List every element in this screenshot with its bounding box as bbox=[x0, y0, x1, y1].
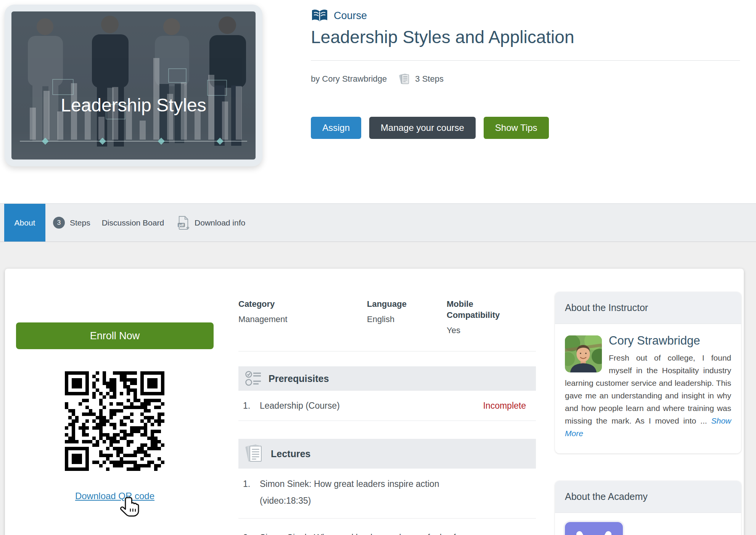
qr-code-image bbox=[65, 371, 164, 471]
lecture-row[interactable]: 2. Simon Sinek: Why good leaders make yo… bbox=[238, 519, 536, 535]
tab-steps[interactable]: 3 Steps bbox=[53, 204, 90, 242]
meta-category: Category Management bbox=[238, 298, 353, 324]
instructor-avatar bbox=[565, 335, 602, 372]
course-header-right: Course Leadership Styles and Application… bbox=[311, 0, 740, 203]
lecture-name: Simon Sinek: How great leaders inspire a… bbox=[260, 475, 536, 492]
language-label: Language bbox=[367, 298, 436, 309]
svg-text:pdf: pdf bbox=[179, 223, 184, 227]
academy-card-body: Schoox bbox=[555, 513, 741, 535]
lectures-icon bbox=[243, 442, 264, 465]
enrollment-column: Enroll Now Download QR code bbox=[16, 269, 214, 535]
mobile-label: Mobile Compatibility bbox=[447, 298, 519, 321]
instructor-card: About the Instructor bbox=[555, 292, 741, 453]
byline-author: by Cory Strawbridge bbox=[311, 74, 387, 84]
lecture-duration: (video:18:35) bbox=[260, 492, 536, 509]
instructor-card-body: Cory Strawbridge Fresh out of college, I… bbox=[555, 324, 741, 453]
steps-icon bbox=[397, 73, 410, 85]
enroll-now-button[interactable]: Enroll Now bbox=[16, 322, 214, 349]
checklist-icon bbox=[244, 370, 262, 387]
meta-language: Language English bbox=[367, 298, 436, 324]
steps-count-label: 3 Steps bbox=[415, 74, 444, 84]
course-header: Leadership Styles Course Leadership Styl… bbox=[0, 0, 756, 203]
lectures-header: Lectures bbox=[238, 439, 536, 469]
prerequisite-name: Leadership (Course) bbox=[260, 401, 340, 411]
header-buttons: Assign Manage your course Show Tips bbox=[311, 117, 549, 139]
tab-bar: About 3 Steps Discussion Board pdf Downl… bbox=[0, 203, 756, 242]
lectures-section: Lectures 1. Simon Sinek: How great leade… bbox=[238, 439, 536, 535]
lectures-title: Lectures bbox=[271, 448, 310, 459]
thumbnail-caption: Leadership Styles bbox=[61, 95, 206, 115]
page-title: Leadership Styles and Application bbox=[311, 27, 574, 47]
about-panel: Enroll Now Download QR code Category Man… bbox=[5, 269, 744, 535]
lecture-number: 2. bbox=[238, 529, 260, 535]
mobile-value: Yes bbox=[447, 326, 519, 335]
course-thumbnail-frame: Leadership Styles bbox=[5, 5, 262, 166]
show-tips-button[interactable]: Show Tips bbox=[484, 117, 549, 139]
lecture-title-text: Simon Sinek: How great leaders inspire a… bbox=[260, 475, 536, 509]
meta-divider bbox=[238, 351, 536, 351]
prerequisite-status-badge: Incomplete bbox=[483, 401, 536, 411]
title-divider bbox=[311, 60, 740, 61]
tab-about[interactable]: About bbox=[4, 204, 45, 242]
sidebar-column: About the Instructor bbox=[555, 269, 741, 535]
academy-card-title: About the Academy bbox=[555, 481, 741, 513]
lecture-number: 1. bbox=[238, 475, 260, 509]
assign-button[interactable]: Assign bbox=[311, 117, 361, 139]
manage-course-button[interactable]: Manage your course bbox=[369, 117, 476, 139]
tab-download-label: Download info bbox=[195, 218, 245, 227]
byline-row: by Cory Strawbridge 3 Steps bbox=[311, 73, 444, 85]
course-details-column: Category Management Language English Mob… bbox=[233, 269, 536, 535]
course-type-label: Course bbox=[334, 10, 367, 22]
prerequisites-header: Prerequisites bbox=[238, 366, 536, 391]
academy-logo bbox=[565, 522, 623, 535]
pdf-download-icon: pdf bbox=[177, 215, 190, 230]
prerequisite-number: 1. bbox=[238, 401, 260, 411]
academy-name: Schoox bbox=[634, 533, 674, 535]
book-icon bbox=[311, 8, 328, 23]
language-value: English bbox=[367, 314, 436, 324]
content-zone: Enroll Now Download QR code Category Man… bbox=[0, 242, 756, 535]
thumbnail-scene: Leadership Styles bbox=[11, 11, 256, 160]
prerequisite-row[interactable]: 1. Leadership (Course) Incomplete bbox=[238, 391, 536, 421]
meta-mobile-compatibility: Mobile Compatibility Yes bbox=[447, 298, 519, 335]
lecture-name: Simon Sinek: Why good leaders make you f… bbox=[260, 529, 536, 535]
prerequisites-title: Prerequisites bbox=[269, 373, 329, 384]
tab-discussion-board[interactable]: Discussion Board bbox=[102, 204, 164, 242]
prerequisites-section: Prerequisites 1. Leadership (Course) Inc… bbox=[238, 366, 536, 421]
course-thumbnail-image: Leadership Styles bbox=[11, 11, 256, 160]
tab-steps-label: Steps bbox=[70, 218, 90, 227]
lecture-row[interactable]: 1. Simon Sinek: How great leaders inspir… bbox=[238, 469, 536, 519]
category-label: Category bbox=[238, 298, 353, 309]
steps-count-badge: 3 bbox=[53, 217, 65, 229]
academy-card: About the Academy Schoox bbox=[555, 481, 741, 535]
course-type-row: Course bbox=[311, 8, 367, 23]
tab-download-info[interactable]: pdf Download info bbox=[177, 204, 245, 242]
category-value: Management bbox=[238, 314, 353, 324]
download-qr-link[interactable]: Download QR code bbox=[16, 491, 214, 501]
instructor-card-title: About the Instructor bbox=[555, 292, 741, 324]
